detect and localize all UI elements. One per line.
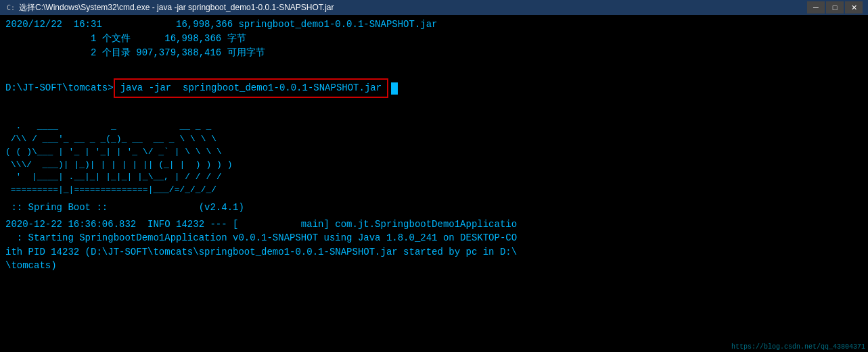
- spring-version: :: Spring Boot :: (v2.4.1): [5, 201, 863, 215]
- command-text: java -jar springboot_demo1-0.0.1-SNAPSHO…: [114, 78, 388, 98]
- dir-line2: 1 个文件 16,998,366 字节: [5, 32, 863, 46]
- window-controls: ─ □ ✕: [807, 1, 863, 14]
- log-line2: : Starting SpringbootDemo1Application v0…: [5, 231, 863, 245]
- title-bar: C:\ 选择C:\Windows\System32\cmd.exe - java…: [0, 0, 868, 15]
- prompt: D:\JT-SOFT\tomcats>: [5, 81, 114, 95]
- svg-text:C:\: C:\: [7, 4, 15, 11]
- log-line1: 2020-12-22 16:36:06.832 INFO 14232 --- […: [5, 218, 863, 231]
- log-line4: \tomcats): [5, 259, 863, 272]
- dir-line1: 2020/12/22 16:31 16,998,366 springboot_d…: [5, 18, 863, 32]
- title-bar-text: 选择C:\Windows\System32\cmd.exe - java -ja…: [19, 2, 807, 14]
- close-button[interactable]: ✕: [845, 1, 863, 14]
- dir-line3: 2 个目录 907,379,388,416 可用字节: [5, 46, 863, 60]
- console-output: 2020/12/22 16:31 16,998,366 springboot_d…: [0, 15, 868, 352]
- command-line: D:\JT-SOFT\tomcats> java -jar springboot…: [5, 78, 863, 98]
- spring-ascii-art: . ____ _ __ _ _ /\\ / ___'_ __ _ _(_)_ _…: [5, 120, 863, 197]
- cmd-window: C:\ 选择C:\Windows\System32\cmd.exe - java…: [0, 0, 868, 352]
- log-line3: ith PID 14232 (D:\JT-SOFT\tomcats\spring…: [5, 245, 863, 259]
- minimize-button[interactable]: ─: [807, 1, 825, 14]
- cursor: [391, 82, 398, 95]
- maximize-button[interactable]: □: [826, 1, 844, 14]
- cmd-icon: C:\: [5, 3, 15, 12]
- watermark: https://blog.csdn.net/qq_43804371: [731, 343, 865, 351]
